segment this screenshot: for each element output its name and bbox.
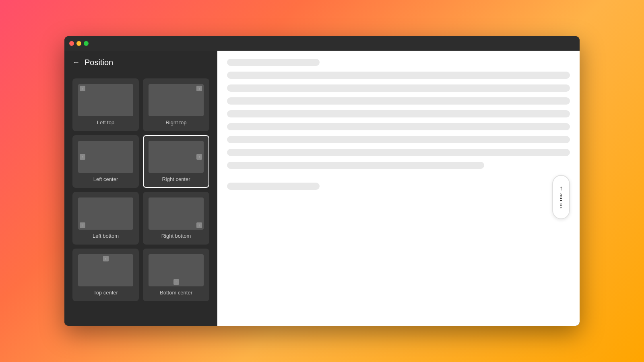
position-option-right-top[interactable]: Right top [143,78,209,131]
col-left [227,195,394,212]
position-option-left-top[interactable]: Left top [72,78,139,131]
sidebar: ← Position Left topRight topLeft centerR… [64,51,217,326]
skeleton-bar [227,183,320,190]
titlebar [64,36,580,51]
position-option-top-center[interactable]: Top center [72,249,139,301]
skeleton-bar [227,123,570,130]
skeleton-bar [227,97,570,105]
content-area: ← Position Left topRight topLeft centerR… [64,51,580,326]
skeleton-bar [227,136,570,143]
skeleton-bar [227,59,320,66]
skeleton-bar [227,110,570,117]
page-title: Position [85,58,113,67]
position-label-left-top: Left top [97,119,114,125]
scroll-to-top-button[interactable]: ↑ TO TOP [552,175,570,219]
skeleton-bar [227,84,570,92]
sidebar-header: ← Position [64,51,217,74]
scroll-top-arrow-icon: ↑ [559,185,563,191]
scroll-top-label: TO TOP [559,193,563,209]
minimize-dot[interactable] [76,41,81,46]
position-label-right-center: Right center [162,176,190,182]
app-window: ← Position Left topRight topLeft centerR… [64,36,580,326]
position-label-left-center: Left center [93,176,118,182]
position-label-top-center: Top center [93,290,118,296]
maximize-dot[interactable] [84,41,89,46]
skeleton-bar [227,149,570,156]
skeleton-bar [227,162,484,169]
position-option-right-center[interactable]: Right center [143,135,209,188]
close-dot[interactable] [69,41,74,46]
two-col-section [227,195,570,212]
skeleton-bar [227,72,570,79]
position-option-bottom-center[interactable]: Bottom center [143,249,209,301]
position-label-right-bottom: Right bottom [161,233,191,239]
main-preview: ↑ TO TOP [217,51,580,326]
traffic-lights [69,41,89,46]
position-label-bottom-center: Bottom center [160,290,192,296]
position-label-left-bottom: Left bottom [93,233,119,239]
position-option-left-bottom[interactable]: Left bottom [72,192,139,245]
position-option-left-center[interactable]: Left center [72,135,139,188]
position-label-right-top: Right top [165,119,186,125]
position-grid: Left topRight topLeft centerRight center… [64,74,217,309]
col-right [402,195,570,212]
position-option-right-bottom[interactable]: Right bottom [143,192,209,245]
back-button[interactable]: ← [72,58,80,67]
